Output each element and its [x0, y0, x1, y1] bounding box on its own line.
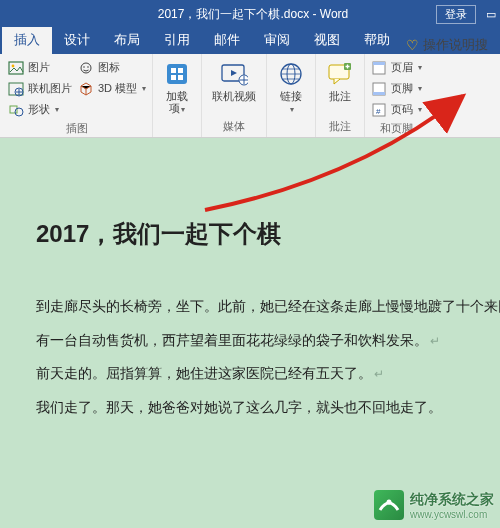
- watermark-url: www.ycwswl.com: [410, 509, 494, 520]
- links-button[interactable]: 链接▾: [273, 58, 309, 117]
- online-video-icon: [220, 60, 248, 88]
- lightbulb-icon: ♡: [406, 37, 419, 53]
- document-page: 2017，我们一起下个棋 到走廊尽头的长椅旁，坐下。此前，她已经在这条走廊上慢慢…: [0, 178, 500, 444]
- svg-point-7: [83, 66, 85, 68]
- shapes-icon: [8, 102, 24, 118]
- svg-rect-13: [178, 75, 183, 80]
- tell-me-label: 操作说明搜: [423, 36, 488, 54]
- header-label: 页眉: [391, 60, 413, 75]
- link-icon: [277, 60, 305, 88]
- comment-button[interactable]: 批注: [322, 58, 358, 104]
- media-group-label: 媒体: [208, 117, 260, 137]
- tab-help[interactable]: 帮助: [352, 27, 402, 54]
- window-title: 2017，我们一起下个棋.docx - Word: [70, 6, 436, 23]
- page-number-button[interactable]: # 页码▾: [371, 100, 422, 119]
- online-picture-label: 联机图片: [28, 81, 72, 96]
- links-label: 链接▾: [280, 90, 302, 115]
- tab-design[interactable]: 设计: [52, 27, 102, 54]
- addins-icon: [163, 60, 191, 88]
- window-options-icon[interactable]: ▭: [486, 8, 496, 21]
- footer-label: 页脚: [391, 81, 413, 96]
- ribbon-tabs: 插入 设计 布局 引用 邮件 审阅 视图 帮助 ♡ 操作说明搜: [0, 28, 500, 54]
- page-number-label: 页码: [391, 102, 413, 117]
- tab-insert[interactable]: 插入: [2, 27, 52, 54]
- tab-layout[interactable]: 布局: [102, 27, 152, 54]
- svg-rect-9: [167, 64, 187, 84]
- online-video-button[interactable]: 联机视频: [208, 58, 260, 104]
- model3d-label: 3D 模型: [98, 81, 137, 96]
- svg-point-5: [15, 108, 23, 116]
- comments-group-label: 批注: [322, 117, 358, 137]
- watermark-logo-icon: [374, 490, 404, 520]
- svg-rect-10: [171, 68, 176, 73]
- title-bar: 2017，我们一起下个棋.docx - Word 登录 ▭: [0, 0, 500, 28]
- insert-online-picture-button[interactable]: 联机图片: [8, 79, 72, 98]
- online-video-label: 联机视频: [212, 90, 256, 102]
- page-number-icon: #: [371, 102, 387, 118]
- watermark-brand: 纯净系统之家: [410, 491, 494, 509]
- header-icon: [371, 60, 387, 76]
- svg-point-8: [87, 66, 89, 68]
- insert-3d-model-button[interactable]: 3D 模型▾: [78, 79, 146, 98]
- footer-icon: [371, 81, 387, 97]
- online-picture-icon: [8, 81, 24, 97]
- insert-icons-button[interactable]: 图标: [78, 58, 146, 77]
- comment-icon: [326, 60, 354, 88]
- document-heading: 2017，我们一起下个棋: [36, 218, 281, 250]
- svg-point-1: [12, 64, 15, 67]
- tab-mailings[interactable]: 邮件: [202, 27, 252, 54]
- svg-rect-11: [178, 68, 183, 73]
- addins-label: 加载项▾: [166, 90, 188, 115]
- paragraph: 到走廊尽头的长椅旁，坐下。此前，她已经在这条走廊上慢慢地踱了十个来回。↵: [36, 290, 480, 324]
- icons-label: 图标: [98, 60, 120, 75]
- paragraph: 前天走的。屈指算算，她住进这家医院已经有五天了。↵: [36, 357, 480, 391]
- svg-rect-12: [171, 75, 176, 80]
- login-button[interactable]: 登录: [436, 5, 476, 24]
- tell-me-search[interactable]: ♡ 操作说明搜: [402, 36, 492, 54]
- tab-view[interactable]: 视图: [302, 27, 352, 54]
- icons-icon: [78, 60, 94, 76]
- tab-references[interactable]: 引用: [152, 27, 202, 54]
- header-button[interactable]: 页眉▾: [371, 58, 422, 77]
- svg-point-26: [387, 500, 392, 505]
- paragraph: 有一台自动售货机，西芹望着里面花花绿绿的袋子和饮料发呆。↵: [36, 324, 480, 358]
- footer-button[interactable]: 页脚▾: [371, 79, 422, 98]
- header-footer-group-label: 和页脚: [371, 119, 422, 139]
- svg-rect-21: [373, 62, 385, 65]
- document-area[interactable]: 2017，我们一起下个棋 到走廊尽头的长椅旁，坐下。此前，她已经在这条走廊上慢慢…: [0, 138, 500, 528]
- cube-3d-icon: [78, 81, 94, 97]
- paragraph: 我们走了。那天，她爸爸对她说了这么几字，就头也不回地走了。: [36, 391, 480, 425]
- svg-rect-23: [373, 92, 385, 95]
- watermark: 纯净系统之家 www.ycwswl.com: [374, 490, 494, 520]
- picture-label: 图片: [28, 60, 50, 75]
- comment-label: 批注: [329, 90, 351, 102]
- insert-picture-button[interactable]: 图片: [8, 58, 72, 77]
- picture-icon: [8, 60, 24, 76]
- illustrations-group-label: 插图: [8, 119, 146, 139]
- addins-button[interactable]: 加载项▾: [159, 58, 195, 117]
- tab-review[interactable]: 审阅: [252, 27, 302, 54]
- ribbon: 图片 联机图片 形状▾: [0, 54, 500, 138]
- insert-shapes-button[interactable]: 形状▾: [8, 100, 72, 119]
- shapes-label: 形状: [28, 102, 50, 117]
- svg-text:#: #: [376, 107, 381, 116]
